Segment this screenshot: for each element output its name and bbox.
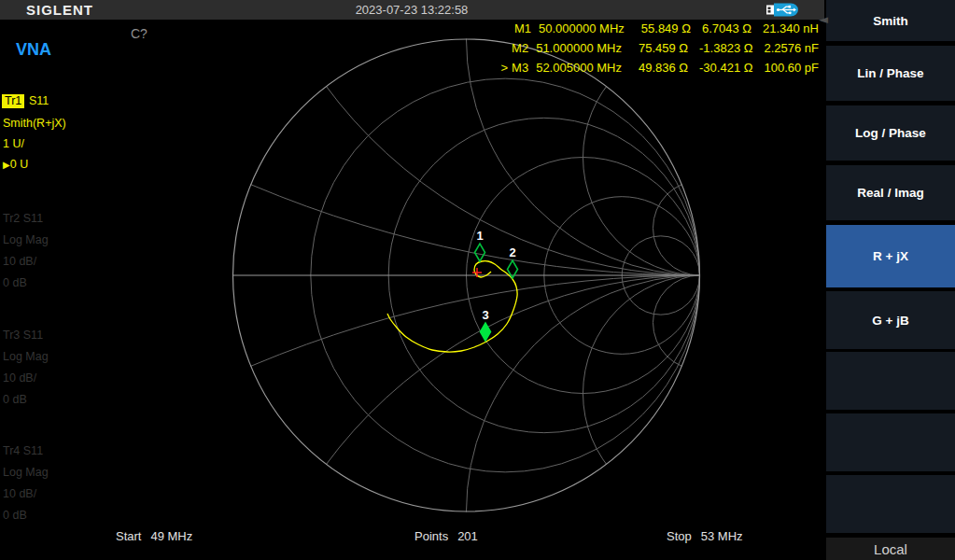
marker-M3-prefix: > [501,58,509,77]
marker-M3-r: 49.836 Ω [639,58,688,77]
marker-1-diamond-icon [475,244,485,261]
marker-1-label: 1 [476,229,483,243]
trace2-title[interactable]: Tr2 S11 [3,212,43,225]
trace2-format: Log Mag [3,233,49,246]
smith-chart-svg: 123 [0,0,955,560]
sweep-start: Start 49 MHz [116,529,192,543]
trace4-format: Log Mag [3,466,49,479]
marker-M3-eq: 100.60 pF [764,58,819,77]
marker-M3-name: M3 [512,58,528,77]
softkey-real-imag[interactable]: Real / Imag [826,165,955,220]
sweep-stop-label: Stop [667,529,692,543]
marker-M2-eq: 2.2576 nF [764,38,819,58]
trace1-format: Smith(R+jX) [3,117,66,130]
marker-M2-x: -1.3823 Ω [699,38,752,58]
trace2-reference: 0 dB [3,276,27,289]
marker-M2-name: M2 [512,38,528,58]
trace1-scale: 1 U/ [3,137,24,150]
trace2-scale: 10 dB/ [3,255,36,268]
softkey-empty-7 [826,413,955,471]
sweep-points-value: 201 [457,529,478,543]
top-status-bar: SIGLENT 2023-07-23 13:22:58 [0,0,824,20]
app-title: VNA [16,40,51,60]
marker-row-M2: M251.000000 MHz75.459 Ω-1.3823 Ω2.2576 n… [508,38,819,58]
marker-3-label: 3 [482,308,488,322]
marker-M1-freq: 50.000000 MHz [539,19,625,38]
trace3-format: Log Mag [3,350,49,363]
smith-grid [0,0,955,560]
trace1-curve [387,261,517,352]
marker-M2-freq: 51.000000 MHz [536,38,622,58]
marker-M2-r: 75.459 Ω [639,38,688,58]
marker-readout-table: M150.000000 MHz55.849 Ω6.7043 Ω21.340 nH… [501,19,820,77]
marker-M1-name: M1 [514,19,531,38]
trace1-reference: ▶0 U [3,158,28,171]
correction-status: C? [131,26,147,41]
marker-row-M3: >M352.005000 MHz49.836 Ω-30.421 Ω100.60 … [501,58,820,77]
usb-icon [765,2,801,18]
marker-M3-x: -30.421 Ω [699,58,752,77]
trace1-param: S11 [29,94,49,107]
ref-level-icon: ▶ [3,160,10,170]
sweep-stop-value: 53 MHz [701,529,743,543]
softkey-log-phase[interactable]: Log / Phase [826,105,955,161]
trace4-title[interactable]: Tr4 S11 [3,444,43,457]
grid-x-arc-m2 [583,275,817,511]
trace4-reference: 0 dB [3,509,27,522]
sweep-start-label: Start [116,529,141,543]
softkey-g-jb[interactable]: G + jB [826,291,955,349]
menu-back-icon[interactable]: ◄ [819,12,828,26]
trace4-scale: 10 dB/ [3,487,36,500]
sweep-points: Points 201 [414,529,478,543]
marker-M3-freq: 52.005000 MHz [536,58,622,77]
softkey-empty-8 [826,475,955,533]
marker-row-M1: M150.000000 MHz55.849 Ω6.7043 Ω21.340 nH [511,19,819,38]
softkey-smith[interactable]: Smith [826,0,955,41]
softkey-lin-phase[interactable]: Lin / Phase [826,46,955,101]
marker-3-diamond-icon [481,323,491,341]
marker-M1-r: 55.849 Ω [641,19,691,38]
softkey-r-jx[interactable]: R + jX [826,225,955,287]
trace3-scale: 10 dB/ [3,371,36,385]
marker-2[interactable]: 2 [508,245,518,278]
marker-2-label: 2 [509,245,515,259]
sweep-points-label: Points [414,529,448,543]
brand-logo: SIGLENT [26,2,93,18]
trace3-title[interactable]: Tr3 S11 [3,329,43,342]
sweep-start-value: 49 MHz [150,529,192,543]
softkey-menu: SmithLin / PhaseLog / PhaseReal / ImagR … [824,0,955,560]
datetime-display: 2023-07-23 13:22:58 [356,3,469,17]
marker-M1-x: 6.7043 Ω [702,19,751,38]
marker-M1-eq: 21.340 nH [763,19,819,38]
softkey-empty-6 [826,352,955,410]
trace3-reference: 0 dB [3,393,27,406]
sweep-stop: Stop 53 MHz [667,529,743,543]
local-button[interactable]: Local [826,538,955,560]
trace1-chip[interactable]: Tr1 [2,94,24,108]
smith-chart: 123 [0,0,955,560]
marker-1[interactable]: 1 [475,229,485,261]
marker-3[interactable]: 3 [481,308,491,341]
